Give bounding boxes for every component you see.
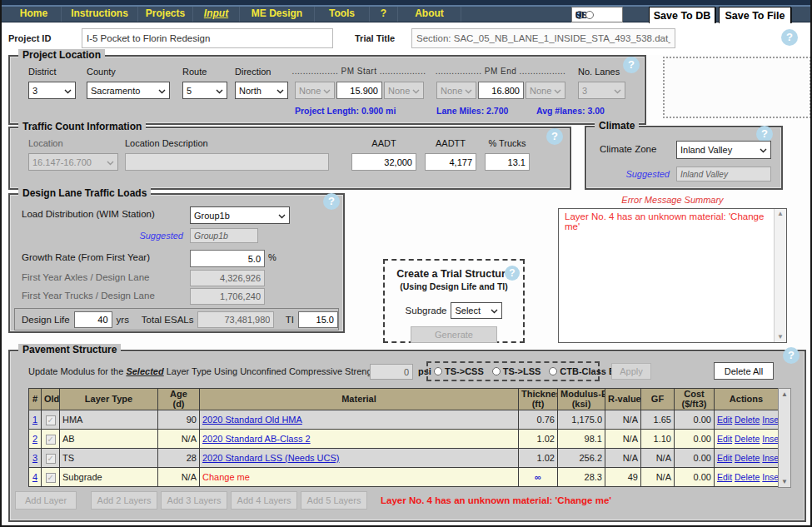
delete-link[interactable]: Delete (735, 453, 760, 463)
chevron-down-icon (216, 86, 223, 96)
scroll-down-icon[interactable]: ▼ (781, 476, 788, 487)
thickness-cell: 0.76 (519, 410, 558, 430)
insert-link[interactable]: Insert (762, 415, 778, 425)
apply-button[interactable]: Apply (611, 363, 651, 380)
pm-end-suffix-select[interactable]: None (526, 82, 565, 99)
col-thickness: Thickness(ft) (519, 389, 558, 410)
direction-select[interactable]: North (235, 82, 288, 99)
layer-num-link[interactable]: 1 (32, 415, 37, 425)
climate-zone-select[interactable]: Inland Valley (676, 141, 771, 159)
col-actions: Actions (715, 389, 779, 410)
pm-start-input[interactable] (336, 82, 382, 99)
ts-lss-radio-option[interactable]: TS->LSS (492, 366, 541, 376)
nav-tab-input[interactable]: Input (193, 7, 240, 22)
radio-icon (434, 367, 442, 375)
save-to-file-button[interactable]: Save To File (719, 7, 791, 24)
cost-cell: 0.00 (675, 430, 715, 449)
no-lanes-select[interactable]: 3 (578, 82, 625, 99)
scroll-up-icon[interactable]: ▲ (781, 389, 788, 400)
col-layer-type: Layer Type (60, 389, 158, 410)
pavement-structure-title: Pavement Structure (18, 344, 121, 355)
nav-tab-help[interactable]: ? (370, 7, 398, 22)
age-cell: N/A (158, 468, 200, 487)
scroll-up-icon[interactable]: ▲ (777, 209, 784, 219)
delete-all-button[interactable]: Delete All (714, 362, 774, 380)
growth-rate-input[interactable] (190, 250, 265, 267)
nav-tab-me-design[interactable]: ME Design (240, 7, 315, 22)
add-2-layers-button[interactable]: Add 2 Layers (91, 491, 157, 510)
material-link[interactable]: 2020 Standard AB-Class 2 (202, 434, 311, 444)
table-scrollbar[interactable]: ▲ ▼ (778, 388, 791, 488)
trial-help-icon[interactable]: ? (505, 266, 520, 281)
nav-tab-about[interactable]: About (398, 7, 461, 22)
nav-tab-instructions[interactable]: Instructions (62, 7, 138, 22)
project-location-help-icon[interactable]: ? (623, 57, 640, 73)
edit-link[interactable]: Edit (717, 453, 732, 463)
nav-tab-tools[interactable]: Tools (315, 7, 370, 22)
old-layer-checkbox[interactable] (46, 454, 56, 464)
generate-button[interactable]: Generate (411, 326, 497, 343)
col-material: Material (200, 389, 519, 410)
ti-input[interactable] (298, 311, 338, 328)
insert-link[interactable]: Insert (762, 472, 778, 482)
county-select[interactable]: Sacramento (87, 82, 170, 99)
layer-num-link[interactable]: 4 (32, 472, 37, 482)
delete-link[interactable]: Delete (735, 472, 760, 482)
delete-link[interactable]: Delete (735, 434, 760, 444)
add-4-layers-button[interactable]: Add 4 Layers (231, 491, 297, 510)
pm-start-prefix-select[interactable]: None (295, 82, 335, 99)
scroll-down-icon[interactable]: ▼ (777, 332, 784, 342)
climate-help-icon[interactable]: ? (756, 126, 773, 142)
district-select[interactable]: 3 (28, 82, 76, 99)
layer-num-link[interactable]: 2 (32, 434, 37, 444)
traffic-help-icon[interactable]: ? (546, 128, 563, 145)
insert-link[interactable]: Insert (762, 434, 778, 444)
insert-link[interactable]: Insert (762, 453, 778, 463)
design-loads-help-icon[interactable]: ? (323, 193, 340, 210)
pm-end-input[interactable] (478, 82, 524, 99)
header-help-icon[interactable]: ? (781, 29, 798, 46)
layer-num-link[interactable]: 3 (32, 453, 37, 463)
app-window: Home Instructions Projects Input ME Desi… (0, 0, 812, 527)
route-select[interactable]: 5 (182, 82, 227, 99)
pm-start-suffix-select[interactable]: None (384, 82, 424, 99)
traffic-location-select[interactable]: 16.147-16.700 (28, 153, 118, 171)
radio-icon (549, 367, 557, 375)
edit-link[interactable]: Edit (717, 434, 732, 444)
add-layer-button[interactable]: Add Layer (15, 491, 77, 510)
growth-rate-label: Growth Rate (From First Year) (22, 252, 150, 262)
location-description-input[interactable] (125, 153, 329, 171)
material-link[interactable]: 2020 Standard LSS (Needs UCS) (202, 453, 339, 463)
old-layer-checkbox[interactable] (46, 415, 56, 425)
ts-css-radio-option[interactable]: TS->CSS (434, 366, 484, 376)
aadt-input[interactable] (351, 153, 416, 171)
old-layer-checkbox[interactable] (46, 473, 56, 483)
project-id-input[interactable] (82, 28, 333, 48)
wim-select[interactable]: Group1b (190, 206, 290, 224)
chevron-down-icon (158, 86, 166, 96)
trial-title-input[interactable] (411, 28, 675, 48)
material-link[interactable]: 2020 Standard Old HMA (202, 415, 302, 425)
aadtt-input[interactable] (425, 153, 476, 171)
ctb-classb-radio-option[interactable]: CTB-Class B (549, 366, 615, 376)
error-scrollbar[interactable]: ▲ ▼ (774, 209, 786, 342)
pct-trucks-input[interactable] (485, 153, 530, 171)
design-life-input[interactable] (74, 311, 112, 328)
si-units-radio[interactable] (585, 11, 594, 19)
old-layer-checkbox[interactable] (46, 435, 56, 445)
nav-tab-projects[interactable]: Projects (138, 7, 193, 22)
pm-end-prefix-select[interactable]: None (436, 82, 476, 99)
project-id-bar: Project ID Trial Title ? (2, 23, 810, 55)
save-to-db-button[interactable]: Save To DB (649, 7, 715, 24)
edit-link[interactable]: Edit (717, 415, 732, 425)
nav-tab-home[interactable]: Home (7, 7, 62, 22)
ucs-input[interactable] (370, 364, 413, 380)
add-3-layers-button[interactable]: Add 3 Layers (161, 491, 227, 510)
climate-title: Climate (595, 120, 639, 132)
traffic-location-label: Location (28, 138, 63, 148)
pavement-help-icon[interactable]: ? (783, 347, 800, 364)
delete-link[interactable]: Delete (735, 415, 760, 425)
subgrade-select[interactable]: Select (451, 302, 502, 319)
edit-link[interactable]: Edit (717, 472, 732, 482)
add-5-layers-button[interactable]: Add 5 Layers (301, 491, 367, 510)
